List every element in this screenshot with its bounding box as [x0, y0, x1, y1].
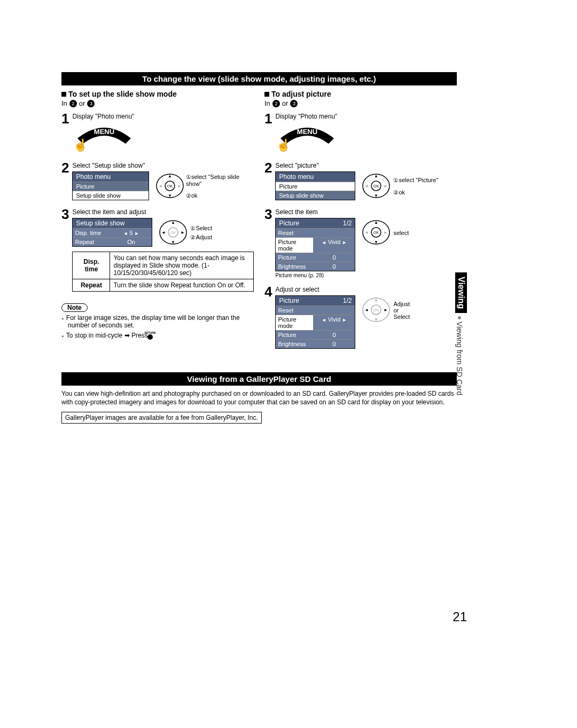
- svg-text:OK: OK: [167, 184, 173, 188]
- svg-text:OK: OK: [170, 231, 176, 234]
- side-tab-main: Viewing: [455, 272, 467, 313]
- side-tab: Viewing Viewing from SD Card: [455, 272, 470, 422]
- svg-text:▼: ▼: [375, 317, 379, 322]
- left-column: To set up the slide show mode In 2 or 3 …: [61, 90, 254, 356]
- picture-menu-note: Picture menu (p. 28): [275, 272, 355, 278]
- svg-text:MENU: MENU: [297, 128, 317, 136]
- right-column: To adjust picture In 2 or 3 1 Display "P…: [264, 90, 457, 356]
- svg-text:◄: ◄: [162, 230, 166, 235]
- note-pill: Note: [61, 303, 88, 312]
- ok-pad-icon: OK ▲ ▼ ◄ ►: [362, 171, 391, 201]
- side-tab-sub: Viewing from SD Card: [455, 316, 464, 395]
- svg-text:►: ►: [384, 308, 388, 312]
- two-column-layout: To set up the slide show mode In 2 or 3 …: [61, 90, 457, 356]
- svg-point-15: [147, 334, 153, 340]
- ok-pad-icon: OK ▲ ▼ ◄ ►: [362, 295, 391, 325]
- svg-text:◄: ◄: [365, 308, 369, 312]
- svg-text:▼: ▼: [375, 193, 379, 198]
- dot-icon: [458, 316, 461, 319]
- circled-3-icon: 3: [87, 100, 95, 107]
- svg-text:▼: ▼: [171, 240, 176, 245]
- menu-button-icon: MENU ☝: [275, 122, 457, 154]
- menu-item-picture: Picture: [73, 182, 149, 191]
- ok-pad-icon: OK ▲ ▼ ◄ ►: [155, 171, 184, 201]
- svg-text:RETURN: RETURN: [144, 331, 155, 334]
- svg-text:▲: ▲: [375, 298, 379, 302]
- svg-text:▼: ▼: [375, 240, 379, 245]
- menu-item-setup-slideshow: Setup slide show: [73, 191, 149, 200]
- right-step-3: 3 Select the item Picture1/2 Reset Pictu…: [264, 208, 457, 278]
- section-header-2: Viewing from a GalleryPlayer SD Card: [61, 372, 457, 386]
- svg-text:◄: ◄: [365, 230, 369, 235]
- right-step-4: 4 Adjust or select Picture1/2 Reset Pict…: [264, 286, 457, 349]
- right-in-row: In 2 or 3: [264, 99, 457, 107]
- circled-2-icon: 2: [69, 100, 77, 107]
- left-in-row: In 2 or 3: [61, 99, 254, 107]
- svg-text:▲: ▲: [168, 174, 172, 178]
- right-subhead: To adjust picture: [264, 90, 457, 98]
- right-step-2: 2 Select "picture" Photo menu Picture Se…: [264, 162, 457, 201]
- left-step-2: 2 Select "Setup slide show" Photo menu P…: [61, 162, 254, 201]
- menu-item-setup-slideshow: Setup slide show: [276, 191, 355, 200]
- svg-text:OK: OK: [373, 184, 379, 188]
- svg-text:OK: OK: [373, 231, 379, 234]
- menu-arc-label: MENU: [94, 128, 114, 136]
- galleryplayer-box: GalleryPlayer images are available for a…: [61, 412, 262, 424]
- page-content: To change the view (slide show mode, adj…: [61, 72, 457, 424]
- photo-menu-right: Photo menu Picture Setup slide show: [275, 171, 355, 200]
- svg-text:▲: ▲: [171, 220, 176, 225]
- ok-pad-icon: OK ▲ ▼ ◄ ►: [159, 218, 188, 247]
- ok-pad-icon: OK ▲ ▼ ◄ ►: [362, 218, 391, 247]
- svg-text:▲: ▲: [375, 220, 379, 225]
- svg-text:►: ►: [384, 230, 388, 235]
- left-step-1: 1 Display "Photo menu" MENU ☝: [61, 113, 254, 154]
- svg-text:▼: ▼: [168, 193, 172, 198]
- definition-table: Disp. timeYou can set how many seconds e…: [72, 252, 254, 292]
- photo-menu-left: Photo menu Picture Setup slide show: [72, 171, 149, 200]
- menu-button-icon: MENU ☝: [72, 122, 254, 154]
- circled-2-icon: 2: [272, 100, 280, 107]
- svg-text:►: ►: [384, 184, 388, 189]
- svg-text:▲: ▲: [375, 174, 379, 178]
- svg-text:►: ►: [181, 230, 185, 235]
- picture-menu-adjust: Picture1/2 Reset Picture mode ◄ Vivid ► …: [275, 295, 355, 349]
- svg-text:OK: OK: [373, 308, 379, 312]
- section-header-1: To change the view (slide show mode, adj…: [61, 72, 457, 85]
- page-number: 21: [453, 609, 467, 624]
- picture-menu: Picture1/2 Reset Picture mode ◄ Vivid ► …: [275, 218, 355, 271]
- galleryplayer-paragraph: You can view high-definition art and pho…: [61, 390, 457, 406]
- right-step-1: 1 Display "Photo menu" MENU ☝: [264, 113, 457, 154]
- hand-icon: ☝: [276, 138, 291, 152]
- svg-text:►: ►: [177, 184, 182, 189]
- svg-text:◄: ◄: [158, 184, 162, 189]
- menu-item-picture: Picture: [276, 182, 355, 191]
- setup-slideshow-menu: Setup slide show Disp. time ◄ 5 ► Repeat…: [72, 218, 152, 247]
- left-step-3: 3 Select the item and adjust Setup slide…: [61, 208, 254, 292]
- circled-3-icon: 3: [290, 100, 298, 107]
- return-icon: RETURN: [150, 330, 157, 341]
- notes-list: For large image sizes, the display time …: [61, 314, 254, 341]
- hand-icon: ☝: [73, 138, 88, 152]
- left-subhead: To set up the slide show mode: [61, 90, 254, 98]
- svg-text:◄: ◄: [365, 184, 369, 189]
